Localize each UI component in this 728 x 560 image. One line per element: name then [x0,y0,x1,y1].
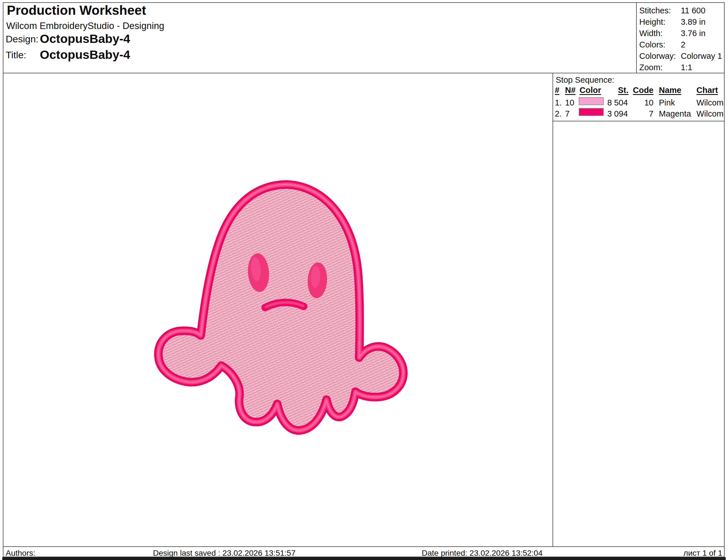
row-needle: 7 [565,109,570,119]
production-worksheet-page: Production Worksheet Wilcom EmbroiderySt… [0,0,728,560]
info-value: 3.76 in [681,28,706,38]
row-index: 2. [555,109,562,119]
row-color-name: Magenta [659,109,691,119]
info-label: Colorway: [639,51,676,61]
footer-page-number: лист 1 of 1 [626,549,722,558]
info-label: Width: [639,28,663,38]
footer-date-printed: Date printed: 23.02.2026 13:52:04 [422,549,543,558]
row-stitches: 8 504 [602,98,628,108]
row-index: 1. [555,98,562,108]
info-value: Colorway 1 [681,51,722,61]
stop-sequence-bottom-border [553,121,725,121]
header-info-divider [636,2,637,73]
row-code: 10 [632,98,653,108]
info-value: 2 [681,40,685,49]
page-title: Production Worksheet [7,3,146,18]
row-needle: 10 [565,98,574,108]
footer-authors: Authors: [6,549,35,558]
thread-color-swatch [579,108,604,116]
stop-sequence-title: Stop Sequence: [556,75,614,85]
row-stitches: 3 094 [602,109,628,119]
col-header-code: Code [632,85,653,95]
row-chart: Wilcom [696,98,723,108]
app-subtitle: Wilcom EmbroideryStudio - Designing [6,20,164,31]
row-chart: Wilcom [696,109,723,119]
info-label: Zoom: [639,63,663,72]
col-header-stitches: St. [605,85,628,95]
title-label: Title: [6,49,26,60]
col-header-name: Name [659,85,681,95]
info-value: 3.89 in [681,17,706,27]
thread-color-swatch [579,97,604,105]
design-name: OctopusBaby-4 [40,32,130,46]
octopus-body-outline [158,185,404,430]
info-label: Colors: [639,40,665,49]
col-header-index: # [555,85,559,95]
row-color-name: Pink [659,98,675,108]
title-name: OctopusBaby-4 [40,48,130,61]
canvas-right-divider [553,73,553,547]
info-label: Height: [639,17,665,27]
footer-last-saved: Design last saved : 23.02.2026 13:51:57 [153,549,295,558]
info-label: Stitches: [639,6,671,15]
col-header-chart: Chart [696,85,718,95]
page-bottom-edge [2,557,726,560]
info-value: 11 600 [681,6,706,15]
embroidery-design-octopus [158,185,404,430]
footer-top-border [3,546,725,547]
row-code: 7 [632,109,653,119]
design-canvas [3,73,553,546]
info-value: 1:1 [681,63,692,72]
col-header-color: Color [580,85,601,95]
col-header-needle: N# [565,85,576,95]
design-label: Design: [6,34,38,44]
